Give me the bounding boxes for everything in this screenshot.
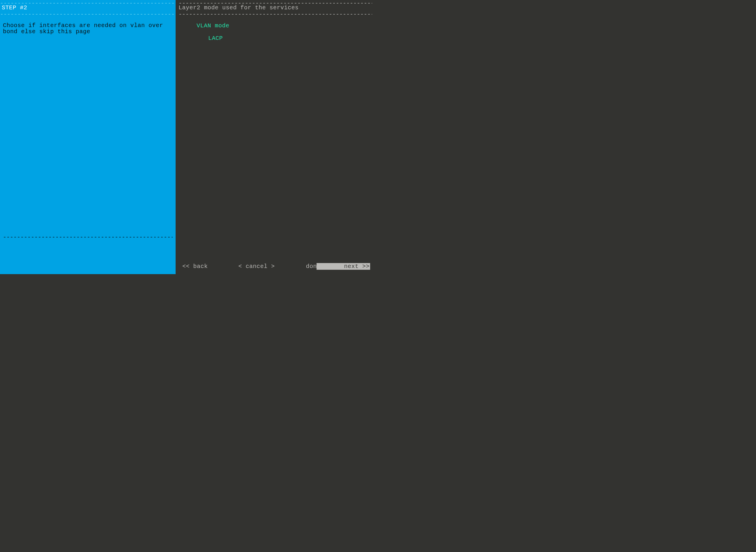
next-button[interactable]: next >> — [317, 263, 370, 270]
right-panel: ----------------------------------------… — [176, 0, 372, 274]
footer-nav: << back < cancel > done >> next >> — [182, 263, 369, 270]
option-lacp[interactable]: LACP — [208, 35, 229, 42]
instruction-text: Choose if interfaces are needed on vlan … — [3, 22, 166, 35]
divider-bottom-left: ----------------------------------------… — [3, 234, 173, 241]
step-title: STEP #2 — [2, 4, 27, 11]
wizard-container: ----------------------------------------… — [0, 0, 372, 274]
left-panel: ----------------------------------------… — [0, 0, 176, 274]
divider-sub-right: ----------------------------------------… — [179, 11, 372, 18]
divider-sub-left: ----------------------------------------… — [0, 11, 176, 18]
panel-title: Layer2 mode used for the services — [179, 4, 299, 11]
option-vlan-mode[interactable]: VLAN mode — [197, 22, 229, 29]
cancel-button[interactable]: < cancel > — [238, 263, 275, 270]
back-button[interactable]: << back — [182, 263, 208, 270]
option-list: VLAN mode LACP — [197, 22, 229, 42]
